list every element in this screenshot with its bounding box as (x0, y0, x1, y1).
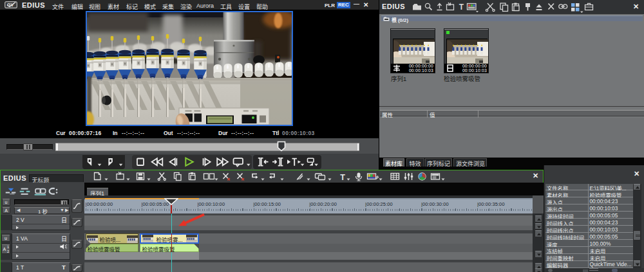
svg-text:T: T (340, 173, 345, 182)
svg-text:T: T (459, 3, 464, 12)
